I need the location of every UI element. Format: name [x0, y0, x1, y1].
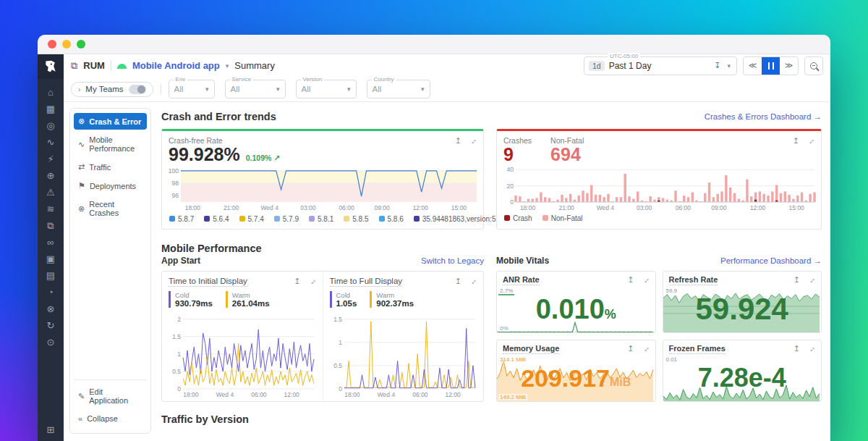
version-select[interactable]: Version All ▾ [296, 80, 357, 98]
sidebar-item-deployments[interactable]: ⚑ Deployments [74, 177, 147, 194]
events-icon[interactable]: ⚡ [47, 154, 54, 164]
window-titlebar [38, 35, 830, 54]
crash-free-rate-chart[interactable]: 969810018:0021:00Wed 403:0006:0009:0012:… [166, 167, 479, 211]
expand-icon[interactable]: ↔ [467, 274, 478, 286]
sidebar-item-crash-error[interactable]: ⊗ Crash & Error [74, 113, 147, 130]
env-select[interactable]: Env All ▾ [169, 80, 215, 98]
expand-icon[interactable]: ↔ [805, 273, 817, 285]
apm-icon[interactable]: ≋ [47, 204, 55, 214]
collapse-button[interactable]: « Collapse [74, 411, 147, 427]
memory-usage-panel: Memory Usage ↥↔ 314.1 MiB 149.2 MiB 209.… [496, 340, 656, 402]
datadog-logo[interactable] [38, 54, 64, 79]
export-icon[interactable]: ↥ [455, 277, 461, 286]
ci-icon[interactable]: ↻ [47, 321, 55, 330]
zoom-out-button[interactable] [804, 56, 823, 75]
crashes-errors-dashboard-link[interactable]: Crashes & Errors Dashboard → [705, 112, 822, 121]
app-selector[interactable]: Mobile Android app [132, 60, 220, 71]
close-window-button[interactable] [48, 40, 56, 49]
frozen-frames-title[interactable]: Frozen Frames [669, 344, 726, 354]
svg-text:12:00: 12:00 [413, 204, 429, 211]
time-range-picker[interactable]: UTC-05:00 1d Past 1 Day ↧ ▾ [584, 56, 737, 75]
export-icon[interactable]: ↥ [793, 344, 800, 353]
export-icon[interactable]: ↥ [793, 275, 800, 285]
crashes-chart[interactable]: 0204018:0021:00Wed 403:0006:0009:0012:00… [501, 167, 817, 211]
ttid-panel: Time to Initial Display ↥↔ Cold 930.79ms [162, 272, 323, 401]
expand-icon[interactable]: ↔ [639, 273, 651, 285]
export-icon[interactable]: ↥ [455, 136, 461, 146]
performance-dashboard-link[interactable]: Performance Dashboard → [720, 256, 822, 265]
country-select[interactable]: Country All ▾ [367, 80, 430, 98]
refresh-rate-title[interactable]: Refresh Rate [669, 275, 718, 285]
svg-text:Wed 4: Wed 4 [597, 204, 615, 211]
pause-button[interactable] [762, 57, 780, 75]
expand-icon[interactable]: ↔ [805, 342, 817, 353]
chevron-down-icon[interactable]: ▾ [226, 62, 229, 70]
switch-to-legacy-link[interactable]: Switch to Legacy [421, 256, 484, 265]
ttfd-chart[interactable]: 00.511.518:00Wed 406:0012:00 [330, 311, 477, 401]
export-icon[interactable]: ↥ [627, 344, 634, 353]
metrics-icon[interactable]: ∿ [47, 138, 55, 147]
rum-icon[interactable]: ⧉ [47, 221, 54, 230]
ttid-title[interactable]: Time to Initial Display [169, 277, 247, 287]
toggle-knob [137, 85, 145, 93]
android-icon [117, 64, 127, 69]
service-select[interactable]: Service All ▾ [225, 80, 286, 98]
expand-icon[interactable]: ↔ [467, 135, 478, 146]
dashboards-icon[interactable]: ▦ [46, 104, 55, 114]
my-teams-toggle[interactable] [129, 85, 146, 94]
minimize-window-button[interactable] [62, 40, 71, 49]
datadog-dog-icon [43, 59, 58, 74]
maximize-window-button[interactable] [77, 40, 85, 49]
svg-text:06:00: 06:00 [251, 391, 267, 398]
ttfd-title[interactable]: Time to Full Display [330, 277, 403, 287]
memory-usage-value: 209.917MiB [497, 356, 655, 401]
expand-icon[interactable]: ↔ [804, 135, 816, 146]
svg-text:0.5: 0.5 [172, 367, 181, 374]
export-icon[interactable]: ↥ [627, 275, 634, 285]
frozen-frames-value: 7.28e-4 [663, 356, 822, 401]
ttid-cold-stat: Cold 930.79ms [169, 291, 213, 308]
svg-text:1: 1 [177, 350, 181, 357]
pin-icon[interactable]: ↧ [714, 61, 720, 70]
synthetics-icon[interactable]: ◔ [48, 287, 54, 297]
crash-free-rate-value: 99.928% [169, 144, 240, 164]
integrations-icon[interactable]: ∞ [47, 238, 54, 247]
export-icon[interactable]: ↥ [793, 136, 799, 146]
svg-text:18:00: 18:00 [185, 204, 201, 211]
expand-icon[interactable]: ↔ [306, 274, 318, 286]
ttid-chart[interactable]: 00.511.5218:00Wed 406:0012:00 [169, 311, 316, 401]
ttid-warm-stat: Warm 261.04ms [226, 291, 270, 308]
memory-usage-title[interactable]: Memory Usage [503, 344, 559, 354]
page-title: Summary [234, 60, 275, 71]
infrastructure-icon[interactable]: ⌂ [48, 88, 54, 97]
crash-free-rate-panel: Crash-free Rate 99.928%0.109% ↗ ↥ ↔ 9698… [161, 129, 484, 230]
svg-text:Wed 4: Wed 4 [260, 204, 278, 211]
rum-product-icon: ⧉ [71, 60, 77, 72]
notebooks-icon[interactable]: ▤ [46, 271, 55, 280]
edit-application-button[interactable]: ✎ Edit Application [74, 384, 147, 408]
crashes-legend: CrashNon-Fatal [497, 211, 821, 227]
svg-text:96: 96 [172, 192, 179, 199]
sidebar-item-mobile-performance[interactable]: ∿ Mobile Performance [74, 132, 147, 156]
step-forward-button[interactable]: ≫ [780, 57, 798, 75]
anr-rate-title[interactable]: ANR Rate [503, 275, 540, 285]
sidebar-item-recent-crashes[interactable]: ⊗ Recent Crashes [74, 196, 147, 221]
marketplace-icon[interactable]: ⊞ [47, 424, 55, 435]
error-tracking-icon[interactable]: ⊗ [47, 304, 55, 314]
export-icon[interactable]: ↥ [294, 277, 300, 286]
watchdog-icon[interactable]: ◎ [46, 121, 54, 130]
my-teams-filter[interactable]: › My Teams [71, 82, 153, 97]
anr-rate-value: 0.010% [497, 287, 655, 332]
step-back-button[interactable]: ≪ [744, 57, 762, 75]
filter-selects: Env All ▾ Service All ▾ Version All ▾ [169, 80, 430, 98]
logs-icon[interactable]: ⊙ [47, 337, 55, 347]
chevron-down-icon[interactable]: ▾ [727, 62, 731, 70]
service-map-icon[interactable]: ⊕ [47, 171, 55, 180]
sidebar-item-traffic[interactable]: ⇄ Traffic [74, 159, 147, 175]
refresh-rate-panel: Refresh Rate ↥↔ 59.9 59.924 [663, 271, 822, 333]
svg-text:03:00: 03:00 [300, 204, 316, 211]
security-icon[interactable]: ▣ [46, 254, 55, 264]
expand-icon[interactable]: ↔ [639, 342, 651, 353]
monitors-icon[interactable]: ⚠ [46, 188, 55, 197]
mobile-performance-heading: Mobile Performance [161, 243, 822, 254]
